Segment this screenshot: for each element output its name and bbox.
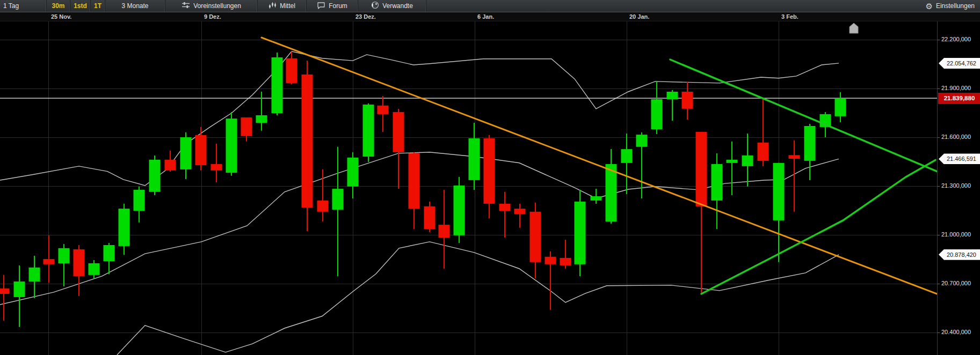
candlestick-chart[interactable] bbox=[0, 21, 937, 355]
candle-body bbox=[272, 57, 283, 113]
date-axis-label: 6 Jan. bbox=[477, 13, 494, 20]
green-ascending-trendline[interactable] bbox=[701, 160, 935, 294]
candle-body bbox=[149, 160, 161, 192]
related-circle-icon bbox=[371, 1, 379, 11]
price-axis[interactable]: 22.200,00021.900,00021.600,00021.300,000… bbox=[937, 21, 980, 355]
button-label: Forum bbox=[329, 2, 347, 10]
button-label: Voreinstellungen bbox=[193, 2, 241, 10]
candle-body bbox=[0, 289, 10, 294]
speech-bubble-icon bbox=[317, 2, 325, 11]
date-axis-label: 23 Dez. bbox=[355, 13, 376, 20]
candle-body bbox=[696, 132, 707, 206]
candle-body bbox=[454, 186, 465, 235]
candle-body bbox=[317, 201, 329, 212]
verwandte-button[interactable]: Verwandte bbox=[358, 0, 426, 12]
price-gridline-label: 20.700,000 bbox=[941, 280, 971, 286]
button-label: 1T bbox=[94, 2, 101, 10]
candle-body bbox=[165, 160, 176, 171]
button-label: 1std bbox=[74, 2, 87, 10]
last-price-tag: 21.839,880 bbox=[938, 93, 980, 104]
candle-body bbox=[560, 258, 571, 265]
price-gridline-label: 21.000,000 bbox=[941, 231, 971, 238]
candle-body bbox=[378, 106, 389, 114]
band-value-tag: 20.878,420 bbox=[939, 249, 980, 260]
candle-body bbox=[332, 189, 344, 210]
axis-tick bbox=[938, 284, 940, 284]
timeframe-1std-button[interactable]: 1std bbox=[70, 0, 91, 12]
button-label: 3 Monate bbox=[121, 2, 148, 10]
candle-body bbox=[758, 143, 769, 161]
candle-body bbox=[727, 160, 738, 163]
candle-body bbox=[241, 117, 252, 136]
price-gridline-label: 21.600,000 bbox=[941, 134, 971, 140]
candle-body bbox=[302, 75, 313, 208]
gear-icon: ⚙ bbox=[925, 2, 932, 10]
price-gridline-label: 21.300,000 bbox=[941, 182, 971, 189]
candle-body bbox=[286, 58, 297, 83]
candle-body bbox=[575, 202, 586, 264]
candle-body bbox=[499, 204, 511, 211]
candle-body bbox=[14, 282, 25, 297]
einstellungen-button[interactable]: ⚙ Einstellungen bbox=[922, 0, 980, 12]
candle-body bbox=[621, 149, 633, 163]
candle-body bbox=[636, 135, 648, 147]
candle-body bbox=[409, 153, 420, 209]
candle-body bbox=[74, 249, 85, 276]
candle-body bbox=[424, 206, 435, 229]
date-axis-label: 20 Jan. bbox=[629, 13, 649, 20]
candle-body bbox=[363, 105, 374, 157]
orange-descending-trendline[interactable] bbox=[262, 38, 937, 294]
button-label: Einstellungen bbox=[936, 2, 975, 10]
candle-body bbox=[211, 164, 222, 171]
axis-tick bbox=[938, 40, 940, 40]
candle-body bbox=[180, 137, 192, 169]
range-3monate-button[interactable]: 3 Monate bbox=[105, 0, 165, 12]
timeframe-30m-button[interactable]: 30m bbox=[47, 0, 70, 12]
forum-button[interactable]: Forum bbox=[307, 0, 358, 12]
candle-body bbox=[667, 92, 678, 99]
scroll-marker-icon[interactable] bbox=[850, 23, 858, 33]
candle-body bbox=[104, 245, 115, 261]
axis-tick bbox=[938, 332, 940, 333]
candle-body bbox=[119, 209, 130, 246]
price-gridline-label: 20.400,000 bbox=[941, 329, 971, 335]
button-label: Mittel bbox=[280, 2, 295, 10]
candle-body bbox=[347, 158, 359, 187]
timeframe-1t-button[interactable]: 1T bbox=[91, 0, 105, 12]
timeframe-1tag-button[interactable]: 1 Tag bbox=[0, 0, 47, 12]
toolbar-spacer bbox=[426, 0, 922, 12]
candle-body bbox=[59, 248, 70, 263]
candle-body bbox=[835, 98, 846, 116]
candle-body bbox=[651, 99, 663, 129]
green-descending-trendline[interactable] bbox=[670, 60, 937, 172]
candle-body bbox=[545, 257, 556, 264]
candle-body bbox=[439, 225, 450, 238]
price-gridline-label: 22.200,000 bbox=[941, 36, 971, 42]
candle-body bbox=[43, 259, 55, 264]
voreinstellungen-button[interactable]: Voreinstellungen bbox=[165, 0, 258, 12]
date-axis-label: 3 Feb. bbox=[781, 13, 798, 20]
candle-body bbox=[514, 209, 526, 214]
candle-body bbox=[89, 263, 100, 275]
button-label: Verwandte bbox=[382, 2, 413, 10]
candle-body bbox=[256, 115, 267, 123]
candle-body bbox=[134, 190, 145, 211]
candlestick-icon bbox=[268, 2, 277, 11]
bollinger-lower-band bbox=[117, 242, 839, 355]
mittel-button[interactable]: Mittel bbox=[258, 0, 307, 12]
candle-body bbox=[606, 164, 617, 221]
button-label: 30m bbox=[52, 2, 64, 10]
chart-plot-area[interactable] bbox=[0, 21, 937, 355]
axis-tick bbox=[938, 137, 940, 138]
candle-body bbox=[226, 119, 237, 173]
axis-tick bbox=[938, 186, 940, 187]
candle-body bbox=[195, 135, 207, 165]
date-axis-label: 25 Nov. bbox=[51, 13, 71, 20]
band-value-tag: 21.466,591 bbox=[939, 153, 980, 164]
axis-tick bbox=[938, 235, 940, 235]
trading-chart-window: 1 Tag 30m 1std 1T 3 Monate Voreinstellun… bbox=[0, 0, 980, 355]
chart-toolbar: 1 Tag 30m 1std 1T 3 Monate Voreinstellun… bbox=[0, 0, 980, 12]
candle-body bbox=[804, 126, 816, 161]
date-axis[interactable]: 25 Nov.9 Dez.23 Dez.6 Jan.20 Jan.3 Feb. bbox=[0, 12, 980, 21]
candle-body bbox=[530, 212, 541, 262]
